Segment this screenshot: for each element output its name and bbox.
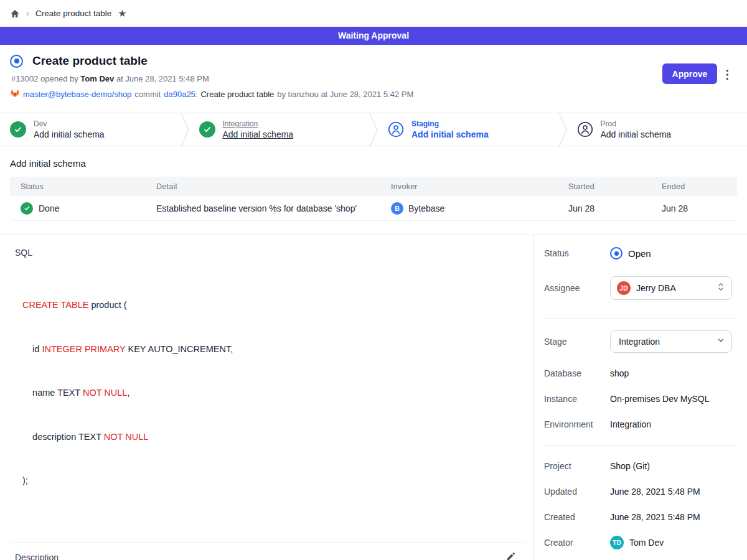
stage-env-label: Staging [411, 119, 489, 128]
stage-task-label: Add initial schema [601, 129, 672, 139]
content-area: SQL CREATE TABLE product ( id INTEGER PR… [0, 235, 747, 560]
gitlab-icon [10, 88, 20, 100]
person-icon [388, 121, 404, 138]
creator-name: Tom Dev [629, 538, 664, 548]
sql-line: name TEXT NOT NULL, [22, 386, 533, 401]
creator-label: Creator [544, 538, 610, 548]
approval-banner: Waiting Approval [0, 27, 747, 45]
sql-line: id INTEGER PRIMARY KEY AUTO_INCREMENT, [22, 342, 533, 357]
sql-section-label: SQL [15, 248, 533, 258]
task-table: Status Detail Invoker Started Ended Done… [10, 177, 737, 221]
creator-value: TD Tom Dev [610, 536, 664, 549]
avatar: JD [617, 281, 631, 295]
assignee-name: Jerry DBA [636, 283, 676, 293]
table-row: Done Established baseline version %s for… [10, 196, 737, 221]
issue-header: Create product table #13002 opened by To… [0, 45, 747, 113]
chevron-down-icon [716, 336, 725, 347]
issue-opened-at: at June 28, 2021 5:48 PM [116, 74, 209, 83]
issue-open-icon [10, 55, 23, 68]
updated-label: Updated [544, 487, 610, 497]
divider [544, 446, 737, 446]
column-status: Status [21, 182, 156, 191]
task-invoker-cell: B Bytebase [391, 202, 568, 215]
task-invoker-name: Bytebase [408, 203, 444, 213]
approval-banner-text: Waiting Approval [338, 30, 409, 40]
project-value: Shop (Git) [610, 461, 650, 471]
main-column: SQL CREATE TABLE product ( id INTEGER PR… [0, 235, 534, 560]
commit-hash-wrap: da90a25: [164, 90, 197, 99]
issue-author: Tom Dev [80, 74, 114, 83]
stage-env-label: Prod [601, 119, 672, 128]
database-label: Database [544, 368, 610, 378]
environment-value: Integration [610, 419, 651, 429]
breadcrumb-page-title: Create product table [35, 9, 111, 18]
check-icon [10, 121, 26, 138]
created-label: Created [544, 512, 610, 522]
kebab-menu-icon[interactable]: ⋮ [719, 66, 736, 83]
issue-meta: #13002 opened by Tom Dev at June 28, 202… [10, 74, 737, 83]
stage-task-label: Add initial schema [223, 129, 294, 139]
task-table-header: Status Detail Invoker Started Ended [10, 177, 737, 196]
check-icon [21, 202, 33, 215]
breadcrumb-separator-icon: › [26, 8, 29, 17]
pipeline-stage-dev[interactable]: Dev Add initial schema [0, 113, 181, 146]
commit-info: master@bytebase-demo/shop commit da90a25… [10, 88, 737, 100]
pipeline-stage-integration[interactable]: Integration Add initial schema [189, 113, 370, 146]
task-status-cell: Done [21, 202, 156, 215]
stage-selected-value: Integration [619, 337, 660, 347]
task-section-title: Add initial schema [10, 158, 737, 169]
status-label: Status [544, 248, 610, 258]
home-icon[interactable] [10, 9, 20, 19]
stage-label: Stage [544, 337, 610, 347]
project-label: Project [544, 461, 610, 471]
sql-line: ); [22, 474, 533, 488]
issue-id-text: #13002 opened by [11, 74, 78, 83]
task-ended-cell: Jun 28 [662, 203, 737, 213]
avatar: TD [610, 536, 624, 549]
page-title: Create product table [32, 54, 148, 68]
status-value: Open [610, 247, 651, 259]
commit-colon: : [195, 90, 198, 99]
up-down-icon [716, 282, 725, 294]
commit-message: Create product table [200, 90, 274, 99]
branch-link[interactable]: master@bytebase-demo/shop [23, 90, 131, 99]
stage-task-label: Add initial schema [34, 129, 105, 139]
column-ended: Ended [662, 182, 737, 191]
task-status-text: Done [39, 203, 59, 213]
commit-hash-link[interactable]: da90a25 [164, 90, 195, 99]
bytebase-issue-page: › Create product table ★ Waiting Approva… [0, 0, 747, 560]
description-label: Description [15, 553, 59, 560]
sql-line: description TEXT NOT NULL [22, 430, 533, 445]
task-detail-cell: Established baseline version %s for data… [156, 203, 391, 213]
edit-icon[interactable] [506, 551, 516, 560]
stage-separator-icon [369, 113, 378, 146]
check-icon [199, 121, 215, 138]
instance-value: On-premises Dev MySQL [610, 394, 709, 404]
issue-open-icon [610, 247, 622, 259]
pipeline-stage-staging[interactable]: Staging Add initial schema [378, 113, 558, 146]
stage-separator-icon [181, 113, 189, 146]
instance-label: Instance [544, 394, 610, 404]
task-started-cell: Jun 28 [568, 203, 662, 213]
column-detail: Detail [156, 182, 391, 191]
column-started: Started [568, 182, 662, 191]
pipeline-stage-prod[interactable]: Prod Add initial schema [567, 113, 747, 146]
assignee-select[interactable]: JD Jerry DBA [610, 276, 732, 300]
assignee-label: Assignee [544, 283, 610, 293]
created-value: June 28, 2021 5:48 PM [610, 512, 700, 522]
commit-word: commit [134, 90, 161, 99]
status-text: Open [628, 248, 651, 259]
sql-statement: CREATE TABLE product ( id INTEGER PRIMAR… [22, 269, 533, 518]
stage-env-label: Dev [34, 119, 105, 128]
avatar: B [391, 202, 403, 215]
approve-button[interactable]: Approve [662, 63, 717, 84]
stage-select[interactable]: Integration [610, 330, 732, 353]
commit-byline: by tianzhou at June 28, 2021 5:42 PM [277, 90, 413, 99]
updated-value: June 28, 2021 5:48 PM [610, 487, 700, 497]
issue-sidebar: Status Open Assignee JD Jerry DBA [534, 235, 747, 560]
pipeline-stage-bar: Dev Add initial schema Integration Add i… [0, 113, 747, 146]
divider [544, 319, 737, 319]
star-icon[interactable]: ★ [118, 9, 126, 19]
stage-env-label: Integration [223, 119, 294, 128]
person-icon [577, 121, 593, 138]
